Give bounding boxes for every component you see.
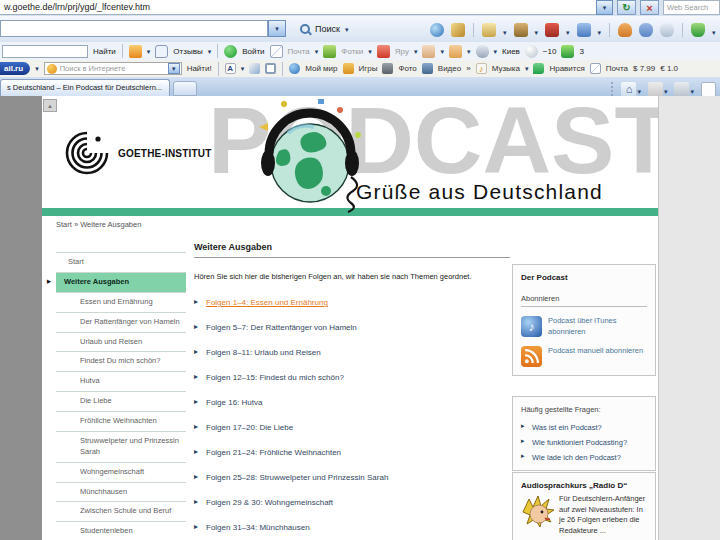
chevron-down-icon[interactable] xyxy=(168,63,180,74)
sidebar-item-urlaub-und-reisen[interactable]: Urlaub und Reisen xyxy=(56,333,186,353)
keys-icon[interactable] xyxy=(451,23,465,37)
chevron-down-icon[interactable] xyxy=(440,47,444,56)
find-button[interactable]: Найти xyxy=(93,47,116,56)
like-button[interactable]: Нравится xyxy=(549,64,584,73)
globe-icon[interactable] xyxy=(430,23,444,37)
episode-link[interactable]: Folgen 17–20: Die Liebe xyxy=(194,423,510,432)
sidebar-item-die-liebe[interactable]: Die Liebe xyxy=(56,392,186,412)
sidebar-item-wohngemeinschaft[interactable]: Wohngemeinschaft xyxy=(56,463,186,483)
pet-icon[interactable] xyxy=(476,45,489,58)
sidebar-item-struwwelpeter[interactable]: Struwwelpeter und Prinzessin Sarah xyxy=(56,432,186,463)
episode-link[interactable]: Folgen 21–24: Fröhliche Weihnachten xyxy=(194,448,510,457)
sidebar-item-rattenfaenger[interactable]: Der Rattenfänger von Hameln xyxy=(56,313,186,333)
yaru-figure-icon[interactable] xyxy=(377,45,390,58)
photo-camera-icon[interactable] xyxy=(382,63,393,74)
chevron-down-icon[interactable] xyxy=(503,21,507,39)
photos-button[interactable]: Фотки xyxy=(341,47,363,56)
chevron-down-icon[interactable] xyxy=(598,21,602,39)
goethe-logo[interactable]: GOETHE-INSTITUT xyxy=(64,130,212,176)
faq-link[interactable]: Was ist ein Podcast? xyxy=(521,423,647,432)
misc-icon[interactable] xyxy=(422,45,435,58)
episode-link[interactable]: Folgen 12–15: Findest du mich schön? xyxy=(194,373,510,382)
episode-link[interactable]: Folgen 1–4: Essen und Ernährung xyxy=(194,298,510,307)
login-icon[interactable] xyxy=(224,45,237,58)
person-search-icon[interactable] xyxy=(660,23,674,37)
mailru-search-input[interactable]: Поиск в Интернете xyxy=(44,62,182,75)
rss-subscribe-link[interactable]: Podcast manuell abonnieren xyxy=(521,346,647,367)
person-icon[interactable] xyxy=(618,23,632,37)
feedback-bubble-icon[interactable] xyxy=(155,45,168,58)
sidebar-item-froehliche-weihnachten[interactable]: Fröhliche Weihnachten xyxy=(56,412,186,432)
toolbar-combo-input[interactable] xyxy=(0,20,268,37)
safe-icon[interactable] xyxy=(514,23,528,37)
games-icon[interactable] xyxy=(343,63,354,74)
sidebar-item-hutva[interactable]: Hutva xyxy=(56,372,186,392)
chevron-down-icon[interactable] xyxy=(712,21,716,39)
sidebar-item-essen-und-ernaehrung[interactable]: Essen und Ernährung xyxy=(56,293,186,313)
episode-link[interactable]: Folgen 29 & 30: Wohngemeinschaft xyxy=(194,498,510,507)
sidebar-item-studentenleben[interactable]: Studentenleben xyxy=(56,522,186,540)
group-icon[interactable] xyxy=(639,23,653,37)
more-chevron[interactable]: » xyxy=(466,64,470,73)
my-world-button[interactable]: Мой мир xyxy=(305,64,337,73)
episode-link[interactable]: Folgen 8–11: Urlaub und Reisen xyxy=(194,348,510,357)
sidebar-item-start[interactable]: Start xyxy=(56,253,186,273)
red-book-icon[interactable] xyxy=(545,23,559,37)
shield-icon[interactable] xyxy=(691,23,705,37)
chevron-down-icon[interactable] xyxy=(208,47,212,56)
money-icon[interactable] xyxy=(482,23,496,37)
reviews-button[interactable]: Отзывы xyxy=(173,47,202,56)
mail-button[interactable]: Почта xyxy=(288,47,310,56)
chevron-down-icon[interactable] xyxy=(147,47,151,56)
faq-link[interactable]: Wie funktioniert Podcasting? xyxy=(521,438,647,447)
episode-link[interactable]: Folgen 31–34: Münchhausen xyxy=(194,523,510,532)
toolbar-search-input[interactable] xyxy=(2,45,88,58)
chevron-down-icon[interactable] xyxy=(494,47,498,56)
chevron-down-icon[interactable] xyxy=(241,64,245,73)
pen-icon[interactable] xyxy=(249,63,260,74)
itunes-subscribe-link[interactable]: Podcast über iTunes abonnieren xyxy=(521,316,647,337)
video-film-icon[interactable] xyxy=(422,63,433,74)
chevron-down-icon[interactable] xyxy=(414,47,418,56)
address-input[interactable]: w.goethe.de/lrn/prj/ygd/_lfcentev.htm xyxy=(0,0,596,15)
stats-chart-icon[interactable] xyxy=(129,45,142,58)
mailru-logo[interactable]: ail.ru xyxy=(0,62,30,75)
browser-tab[interactable]: s Deutschland – Ein Podcast für Deutschl… xyxy=(0,79,170,96)
combo-dropdown-button[interactable] xyxy=(268,20,286,37)
chevron-down-icon[interactable] xyxy=(35,64,39,73)
music-button[interactable]: Музыка xyxy=(492,64,520,73)
sidebar-item-zwischen-schule-und-beruf[interactable]: Zwischen Schule und Beruf xyxy=(56,502,186,522)
address-dropdown-button[interactable] xyxy=(596,0,613,15)
chevron-down-icon[interactable] xyxy=(315,47,319,56)
mail-envelope-icon[interactable] xyxy=(590,63,601,74)
chevron-down-icon[interactable] xyxy=(368,47,372,56)
sidebar-item-muenchhausen[interactable]: Münchhausen xyxy=(56,483,186,503)
photos-icon[interactable] xyxy=(323,45,336,58)
faq-link[interactable]: Wie lade ich den Podcast? xyxy=(521,453,647,462)
like-bubble-icon[interactable] xyxy=(533,63,544,74)
frame-icon[interactable] xyxy=(265,63,276,74)
music-note-icon[interactable] xyxy=(476,63,487,74)
sidebar-item-weitere-ausgaben[interactable]: Weitere Ausgaben xyxy=(56,273,186,293)
episode-link[interactable]: Folgen 25–28: Struwwelpeter und Prinzess… xyxy=(194,473,510,482)
chevron-down-icon[interactable] xyxy=(535,21,539,39)
mail-counter-icon[interactable] xyxy=(561,45,574,58)
new-tab-button[interactable] xyxy=(173,81,197,96)
chevron-down-icon[interactable] xyxy=(467,47,471,56)
mailru-mail-button[interactable]: Почта xyxy=(606,64,628,73)
chevron-down-icon[interactable] xyxy=(566,21,570,39)
stop-button[interactable] xyxy=(640,0,659,15)
yandex-search-button[interactable]: Поиск xyxy=(300,19,348,38)
mail-envelope-icon[interactable] xyxy=(270,45,283,58)
font-icon[interactable] xyxy=(225,63,236,74)
mailru-find-button[interactable]: Найти! xyxy=(187,64,212,73)
web-search-input[interactable]: Web Search xyxy=(663,0,720,15)
cards-icon[interactable] xyxy=(577,23,591,37)
page-button[interactable] xyxy=(699,81,718,98)
video-button[interactable]: Видео xyxy=(438,64,461,73)
misc-icon[interactable] xyxy=(449,45,462,58)
games-button[interactable]: Игры xyxy=(359,64,378,73)
my-world-icon[interactable] xyxy=(289,63,300,74)
photo-button[interactable]: Фото xyxy=(398,64,416,73)
episode-link[interactable]: Folgen 5–7: Der Rattenfänger von Hameln xyxy=(194,323,510,332)
